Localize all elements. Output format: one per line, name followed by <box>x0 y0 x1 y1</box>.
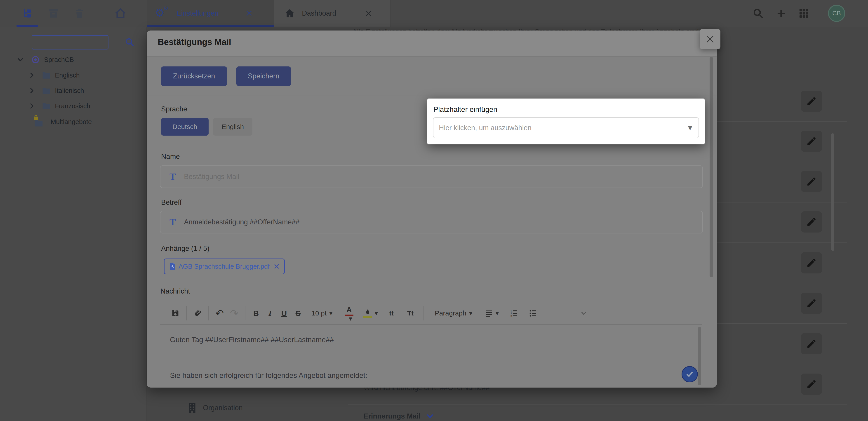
lowercase-button[interactable]: tt <box>382 305 401 321</box>
close-tab-icon[interactable] <box>246 10 252 17</box>
name-field[interactable]: T <box>160 166 703 188</box>
trash-button[interactable] <box>72 6 87 21</box>
home-button[interactable] <box>113 6 128 21</box>
capitalization-button[interactable]: Tt <box>401 305 420 321</box>
reset-button[interactable]: Zurücksetzen <box>161 66 227 86</box>
folder-icon <box>42 102 51 110</box>
paragraph-style-value: Paragraph <box>435 309 466 317</box>
rich-text-editor: ↶ ↷ B I U S 10 pt ▼ A ▼ <box>160 302 702 388</box>
tree-node-root[interactable]: SprachCB <box>17 55 74 64</box>
edit-button[interactable] <box>801 211 822 233</box>
message-scrollbar[interactable] <box>698 327 701 385</box>
chevron-right-icon[interactable] <box>28 102 35 110</box>
underline-button[interactable]: U <box>277 305 291 321</box>
font-color-button[interactable]: A ▼ <box>339 305 359 321</box>
redo-button[interactable]: ↷ <box>227 305 241 321</box>
dialog-title: Bestätigungs Mail <box>158 37 231 47</box>
divider <box>348 404 847 404</box>
building-icon <box>187 402 197 414</box>
tree-node-label: Französisch <box>55 102 90 110</box>
tree-node-englisch[interactable]: Englisch <box>28 71 80 79</box>
pencil-icon <box>806 298 817 309</box>
add-button[interactable]: + <box>774 6 789 21</box>
tab-label: Dashboard <box>302 9 336 18</box>
subject-field[interactable]: T <box>160 211 703 234</box>
edit-button[interactable] <box>801 131 822 152</box>
bold-button[interactable]: B <box>249 305 263 321</box>
nav-item-label: Organisation <box>203 404 243 412</box>
tab-einstellungen[interactable]: ⚙⚙ Einstellungen <box>147 0 274 27</box>
remove-attachment-icon[interactable] <box>274 264 280 269</box>
organisation-target-icon <box>31 55 40 64</box>
tree-view-button[interactable] <box>20 6 35 21</box>
tree-node-franzoesisch[interactable]: Französisch <box>28 102 90 110</box>
chevron-right-icon[interactable] <box>28 72 35 79</box>
font-size-dropdown[interactable]: 10 pt ▼ <box>305 305 339 321</box>
more-toolbar-options-button[interactable] <box>576 305 592 321</box>
save-button[interactable]: Speichern <box>237 66 291 86</box>
message-body[interactable]: Guten Tag ##UserFirstname## ##UserLastna… <box>160 324 702 388</box>
message-line: Guten Tag ##UserFirstname## ##UserLastna… <box>170 336 334 344</box>
name-label: Name <box>161 153 180 161</box>
edit-button[interactable] <box>801 252 822 273</box>
placeholder-select[interactable]: Hier klicken, um auszuwählen ▼ <box>433 117 699 138</box>
bullet-list-button[interactable] <box>523 305 542 321</box>
italic-button[interactable]: I <box>263 305 277 321</box>
name-input[interactable] <box>184 173 682 181</box>
edit-button[interactable] <box>801 171 822 192</box>
edit-button[interactable] <box>801 373 822 395</box>
chevron-down-icon[interactable] <box>426 413 434 420</box>
save-draft-button[interactable] <box>168 305 183 321</box>
reminder-mail-row[interactable]: Erinnerungs Mail <box>364 412 434 420</box>
text-field-icon: T <box>169 171 176 182</box>
highlight-color-button[interactable]: ▼ <box>359 305 382 321</box>
avatar-initials: CB <box>832 10 841 17</box>
pdf-file-icon <box>169 262 176 270</box>
tree-node-multiangebote[interactable]: Multiangebote <box>34 117 92 127</box>
message-line: Sie haben sich erfolgreich für folgendes… <box>170 371 367 380</box>
caret-down-icon: ▼ <box>375 311 378 316</box>
archive-button[interactable] <box>46 6 61 21</box>
folder-icon <box>42 71 51 79</box>
ordered-list-button[interactable]: 123 <box>504 305 523 321</box>
avatar[interactable]: CB <box>828 5 845 22</box>
subject-input[interactable] <box>184 218 682 227</box>
sidebar-search-input[interactable] <box>32 35 108 50</box>
language-en-button[interactable]: English <box>213 118 252 136</box>
font-color-glyph: A <box>346 305 352 314</box>
search-icon[interactable] <box>125 37 135 47</box>
edit-button[interactable] <box>801 91 822 112</box>
edit-button[interactable] <box>801 333 822 354</box>
pencil-icon <box>806 216 817 227</box>
tree-node-italienisch[interactable]: Italienisch <box>28 87 84 95</box>
global-search-button[interactable] <box>751 6 766 21</box>
confirm-fab-button[interactable] <box>682 366 698 382</box>
attach-file-button[interactable] <box>190 305 205 321</box>
edit-button[interactable] <box>801 293 822 314</box>
align-dropdown[interactable]: ▼ <box>479 305 504 321</box>
toolbar-separator <box>208 306 209 321</box>
chevron-down-icon[interactable] <box>17 56 24 63</box>
message-label: Nachricht <box>160 287 190 295</box>
language-de-button[interactable]: Deutsch <box>161 118 209 136</box>
undo-button[interactable]: ↶ <box>212 305 227 321</box>
dialog-scrollbar[interactable] <box>710 57 713 277</box>
placeholder-popup-title: Platzhalter einfügen <box>433 105 497 114</box>
apps-grid-button[interactable] <box>796 6 811 21</box>
close-tab-icon[interactable] <box>365 10 372 17</box>
attachments-label: Anhänge (1 / 5) <box>161 244 210 253</box>
editor-toolbar: ↶ ↷ B I U S 10 pt ▼ A ▼ <box>160 302 702 325</box>
topbar: ⚙⚙ Einstellungen Dashboard + CB <box>0 0 868 27</box>
tab-dashboard[interactable]: Dashboard <box>274 0 391 27</box>
svg-text:2: 2 <box>510 312 512 315</box>
close-dialog-button[interactable] <box>700 29 720 49</box>
paragraph-style-dropdown[interactable]: Paragraph ▼ <box>428 305 479 321</box>
attachment-chip[interactable]: AGB Sprachschule Brugger.pdf <box>164 259 285 274</box>
toolbar-separator <box>245 306 245 321</box>
strikethrough-button[interactable]: S <box>291 305 305 321</box>
caret-down-icon: ▼ <box>688 125 692 131</box>
chevron-right-icon[interactable] <box>28 87 35 94</box>
settings-nav-item-organisation[interactable]: Organisation <box>187 402 243 414</box>
tree-node-label: Italienisch <box>55 87 84 94</box>
background-scrollbar[interactable] <box>831 133 834 251</box>
